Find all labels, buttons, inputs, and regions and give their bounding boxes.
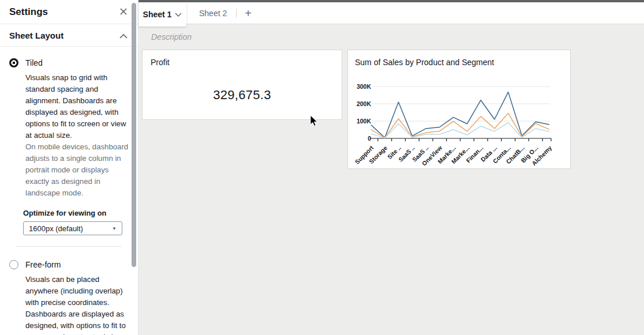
tab-separator [236, 9, 237, 18]
optimize-group: Optimize for viewing on 1600px (default)… [23, 209, 129, 235]
tab-sheet-1-label: Sheet 1 [143, 10, 172, 19]
description-input[interactable] [151, 31, 521, 43]
panel-scrollbar-track [132, 0, 136, 335]
sheet-layout-section-header[interactable]: Sheet Layout [0, 24, 138, 47]
settings-panel-header: Settings [0, 0, 138, 24]
sheet-tabbar: Sheet 1 Sheet 2 + [138, 2, 644, 24]
optimize-dropdown[interactable]: 1600px (default) ▼ [23, 221, 122, 235]
kpi-visual-profit[interactable]: Profit 329,675.3 [142, 50, 342, 120]
tiled-description: Visuals snap to grid with standard spaci… [25, 72, 129, 141]
settings-panel: Settings Sheet Layout Tiled Visuals snap… [0, 0, 138, 335]
kpi-title: Profit [143, 50, 342, 67]
panel-scrollbar-thumb[interactable] [132, 3, 136, 267]
optimize-dropdown-value: 1600px (default) [29, 224, 83, 233]
chevron-down-icon[interactable] [175, 13, 182, 17]
freeform-option: Free-form Visuals can be placed anywhere… [9, 260, 129, 335]
svg-text:0: 0 [368, 135, 371, 142]
tiled-radio-label[interactable]: Tiled [25, 58, 43, 67]
close-icon[interactable] [118, 6, 129, 18]
sales-line-chart: 0100K200K300KSupportStorageSite ..SaaS .… [348, 50, 571, 170]
app-window: Settings Sheet Layout Tiled Visuals snap… [0, 0, 644, 335]
tiled-radio-row[interactable]: Tiled [9, 58, 129, 67]
tiled-option: Tiled Visuals snap to grid with standard… [9, 58, 129, 235]
freeform-radio[interactable] [9, 260, 18, 269]
tab-sheet-1[interactable]: Sheet 1 [138, 2, 186, 27]
options-divider [16, 246, 122, 247]
settings-title: Settings [9, 6, 48, 18]
svg-text:200K: 200K [357, 100, 372, 107]
sheet-layout-options: Tiled Visuals snap to grid with standard… [0, 47, 138, 335]
sheet-layout-title: Sheet Layout [9, 31, 63, 40]
tiled-radio[interactable] [9, 58, 18, 67]
freeform-radio-label[interactable]: Free-form [25, 260, 61, 269]
tab-sheet-2[interactable]: Sheet 2 [193, 5, 233, 21]
tiled-mobile-note: On mobile devices, dashboard adjusts to … [25, 141, 129, 199]
optimize-label: Optimize for viewing on [23, 209, 129, 217]
svg-text:100K: 100K [357, 118, 372, 125]
line-chart-visual[interactable]: Sum of Sales by Product and Segment 0100… [347, 50, 571, 169]
svg-text:300K: 300K [357, 83, 372, 90]
kpi-value-wrap: 329,675.3 [143, 67, 342, 119]
freeform-radio-row[interactable]: Free-form [9, 260, 129, 269]
add-sheet-button[interactable]: + [240, 7, 256, 19]
kpi-value: 329,675.3 [213, 88, 271, 103]
sheet-canvas: Sheet 1 Sheet 2 + Profit 329,675.3 Sum o… [138, 0, 644, 335]
chevron-up-icon[interactable] [118, 30, 129, 41]
dropdown-caret-icon: ▼ [112, 226, 117, 231]
freeform-description: Visuals can be placed anywhere (includin… [25, 274, 129, 335]
